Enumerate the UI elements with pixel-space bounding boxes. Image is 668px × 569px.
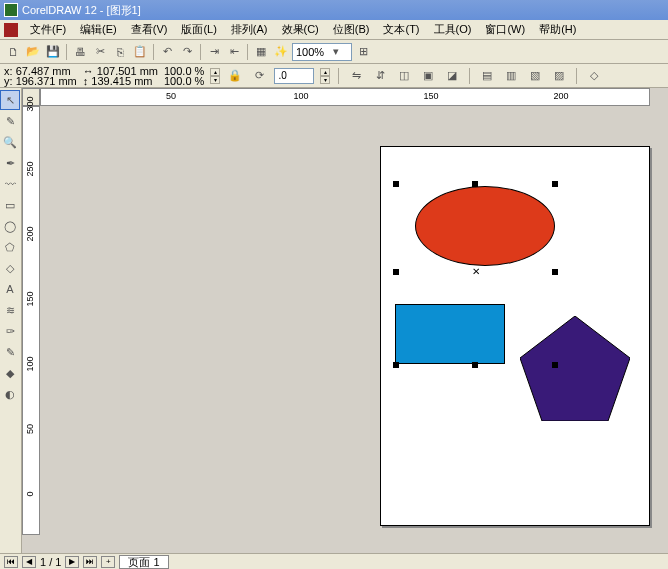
- welcome-icon[interactable]: ✨: [272, 43, 290, 61]
- nav-next-icon[interactable]: ▶: [65, 556, 79, 568]
- save-icon[interactable]: 💾: [44, 43, 62, 61]
- smart-draw-icon[interactable]: 〰: [0, 174, 20, 194]
- text-tool-icon[interactable]: A: [0, 279, 20, 299]
- selection-handle[interactable]: [393, 362, 399, 368]
- separator: [247, 44, 248, 60]
- basic-shapes-icon[interactable]: ◇: [0, 258, 20, 278]
- combine-icon[interactable]: ◪: [443, 67, 461, 85]
- main-area: ↖ ✎ 🔍 ✒ 〰 ▭ ◯ ⬠ ◇ A ≋ ✑ ✎ ◆ ◐ 50 100 150…: [0, 88, 668, 553]
- add-page-icon[interactable]: +: [101, 556, 115, 568]
- shape-tool-icon[interactable]: ✎: [0, 111, 20, 131]
- mirror-v-icon[interactable]: ⇵: [371, 67, 389, 85]
- menu-bar: 文件(F) 编辑(E) 查看(V) 版面(L) 排列(A) 效果(C) 位图(B…: [0, 20, 668, 40]
- convert-icon[interactable]: ◇: [585, 67, 603, 85]
- standard-toolbar: 🗋 📂 💾 🖶 ✂ ⎘ 📋 ↶ ↷ ⇥ ⇤ ▦ ✨ 100% ▾ ⊞: [0, 40, 668, 64]
- pick-tool-icon[interactable]: ↖: [0, 90, 20, 110]
- outline-tool-icon[interactable]: ✎: [0, 342, 20, 362]
- separator: [576, 68, 577, 84]
- svg-marker-0: [520, 316, 630, 421]
- menu-text[interactable]: 文本(T): [377, 20, 425, 39]
- selection-center-icon: ✕: [472, 266, 480, 277]
- paste-icon[interactable]: 📋: [131, 43, 149, 61]
- menu-window[interactable]: 窗口(W): [479, 20, 531, 39]
- page-tab[interactable]: 页面 1: [119, 555, 168, 569]
- menu-file[interactable]: 文件(F): [24, 20, 72, 39]
- doc-icon: [4, 23, 18, 37]
- menu-bitmaps[interactable]: 位图(B): [327, 20, 376, 39]
- page-counter: 1 / 1: [40, 556, 61, 568]
- ellipse-tool-icon[interactable]: ◯: [0, 216, 20, 236]
- nav-first-icon[interactable]: ⏮: [4, 556, 18, 568]
- nav-last-icon[interactable]: ⏭: [83, 556, 97, 568]
- ellipse-shape[interactable]: [415, 186, 555, 266]
- interactive-fill-icon[interactable]: ◐: [0, 384, 20, 404]
- open-icon[interactable]: 📂: [24, 43, 42, 61]
- import-icon[interactable]: ⇥: [205, 43, 223, 61]
- zoom-tool-icon[interactable]: 🔍: [0, 132, 20, 152]
- forward-icon[interactable]: ▧: [526, 67, 544, 85]
- group-icon[interactable]: ▣: [419, 67, 437, 85]
- rotation-spinner[interactable]: ▴▾: [320, 68, 330, 84]
- mirror-h-icon[interactable]: ⇋: [347, 67, 365, 85]
- undo-icon[interactable]: ↶: [158, 43, 176, 61]
- print-icon[interactable]: 🖶: [71, 43, 89, 61]
- blend-tool-icon[interactable]: ≋: [0, 300, 20, 320]
- separator: [200, 44, 201, 60]
- menu-effects[interactable]: 效果(C): [276, 20, 325, 39]
- copy-icon[interactable]: ⎘: [111, 43, 129, 61]
- property-bar: x: 67.487 mm y: 196.371 mm ↔ 107.501 mm …: [0, 64, 668, 88]
- app-icon: [4, 3, 18, 17]
- menu-edit[interactable]: 编辑(E): [74, 20, 123, 39]
- cut-icon[interactable]: ✂: [91, 43, 109, 61]
- zoom-level[interactable]: 100% ▾: [292, 43, 352, 61]
- selection-handle[interactable]: [552, 362, 558, 368]
- snap-icon[interactable]: ⊞: [354, 43, 372, 61]
- title-bar: CorelDRAW 12 - [图形1]: [0, 0, 668, 20]
- canvas[interactable]: ✕: [40, 106, 650, 553]
- toolbox: ↖ ✎ 🔍 ✒ 〰 ▭ ◯ ⬠ ◇ A ≋ ✑ ✎ ◆ ◐: [0, 88, 22, 553]
- selection-handle[interactable]: [472, 181, 478, 187]
- separator: [66, 44, 67, 60]
- eyedropper-tool-icon[interactable]: ✑: [0, 321, 20, 341]
- menu-arrange[interactable]: 排列(A): [225, 20, 274, 39]
- window-title: CorelDRAW 12 - [图形1]: [22, 3, 141, 18]
- rectangle-shape[interactable]: [395, 304, 505, 364]
- zoom-value: 100%: [296, 46, 324, 58]
- separator: [469, 68, 470, 84]
- app-launcher-icon[interactable]: ▦: [252, 43, 270, 61]
- selection-handle[interactable]: [393, 269, 399, 275]
- fill-tool-icon[interactable]: ◆: [0, 363, 20, 383]
- to-front-icon[interactable]: ▤: [478, 67, 496, 85]
- rotate-icon[interactable]: ⟳: [250, 67, 268, 85]
- rectangle-tool-icon[interactable]: ▭: [0, 195, 20, 215]
- new-icon[interactable]: 🗋: [4, 43, 22, 61]
- selection-handle[interactable]: [472, 362, 478, 368]
- size-readout: ↔ 107.501 mm ↕ 139.415 mm: [83, 66, 158, 86]
- menu-view[interactable]: 查看(V): [125, 20, 174, 39]
- separator: [338, 68, 339, 84]
- polygon-tool-icon[interactable]: ⬠: [0, 237, 20, 257]
- selection-handle[interactable]: [552, 269, 558, 275]
- menu-help[interactable]: 帮助(H): [533, 20, 582, 39]
- selection-handle[interactable]: [552, 181, 558, 187]
- pentagon-shape[interactable]: [520, 316, 630, 421]
- export-icon[interactable]: ⇤: [225, 43, 243, 61]
- lock-ratio-icon[interactable]: 🔒: [226, 67, 244, 85]
- separator: [153, 44, 154, 60]
- menu-layout[interactable]: 版面(L): [175, 20, 222, 39]
- scale-spinner[interactable]: ▴▾: [210, 68, 220, 84]
- nav-prev-icon[interactable]: ◀: [22, 556, 36, 568]
- to-back-icon[interactable]: ▥: [502, 67, 520, 85]
- backward-icon[interactable]: ▨: [550, 67, 568, 85]
- dropdown-icon[interactable]: ▾: [324, 45, 348, 58]
- rotation-field[interactable]: .0: [274, 68, 314, 84]
- freehand-tool-icon[interactable]: ✒: [0, 153, 20, 173]
- selection-handle[interactable]: [393, 181, 399, 187]
- horizontal-ruler: 50 100 150 200: [40, 88, 650, 106]
- scale-readout: 100.0 % 100.0 %: [164, 66, 204, 86]
- position-readout: x: 67.487 mm y: 196.371 mm: [4, 66, 77, 86]
- workspace: 50 100 150 200 300 250 200 150 100 50 0: [22, 88, 668, 553]
- menu-tools[interactable]: 工具(O): [428, 20, 478, 39]
- ungroup-icon[interactable]: ◫: [395, 67, 413, 85]
- redo-icon[interactable]: ↷: [178, 43, 196, 61]
